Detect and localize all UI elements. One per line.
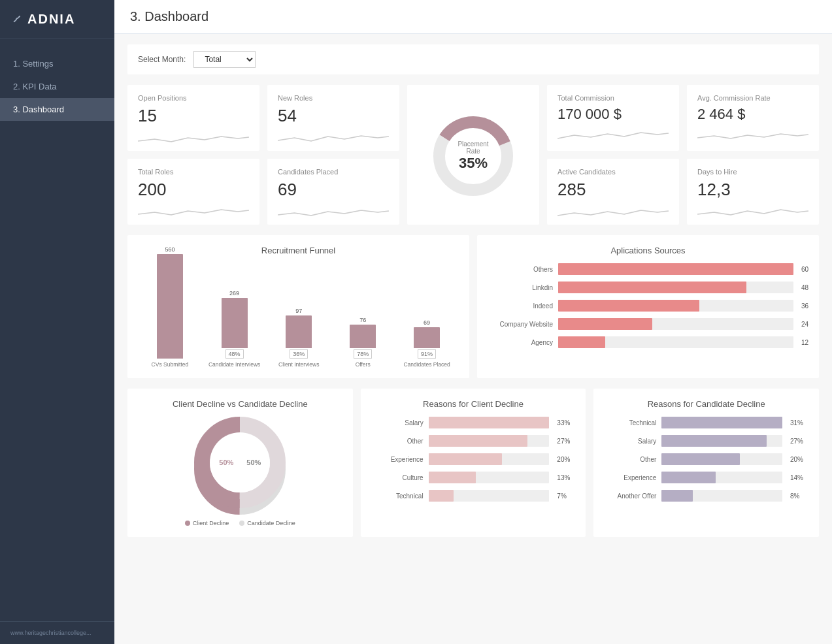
shbar-cand-offer-track [661, 490, 782, 502]
kpi-active-candidates-value: 285 [557, 180, 669, 200]
hbar-indeed-fill [558, 300, 699, 312]
recruitment-funnel-chart: 560 CVs Submitted 269 48% Candidate Inte… [138, 263, 459, 368]
bar-ci-bar [222, 298, 248, 348]
bar-placed-value: 69 [424, 319, 430, 326]
shbar-client-tech-val: 7% [557, 492, 575, 500]
client-decline-chart: Salary 33% Other 27% Exper [371, 417, 576, 502]
bar-clinit-pct: 36% [290, 349, 308, 359]
hbar-linkdin: Linkdin 48 [488, 282, 808, 293]
shbar-cand-salary-label: Salary [604, 438, 656, 445]
hbar-indeed-label: Indeed [488, 302, 553, 310]
filter-bar: Select Month: Total January February Mar… [127, 44, 819, 74]
shbar-cand-exp-track [661, 472, 782, 483]
shbar-cand-tech: Technical 31% [604, 417, 808, 428]
shbar-client-culture: Culture 13% [371, 472, 576, 483]
kpi-new-roles: New Roles 54 [267, 85, 399, 151]
kpi-avg-commission-value: 2 464 $ [697, 106, 808, 123]
shbar-client-other-label: Other [371, 438, 424, 445]
decline-donut-card: Client Decline vs Candidate Decline [127, 389, 353, 537]
legend-client-dot [185, 521, 190, 526]
logo-area: ⟋ ADNIA [0, 0, 114, 39]
shbar-client-other-fill [429, 435, 527, 447]
bar-offers-value: 76 [359, 317, 366, 323]
kpi-new-roles-value: 54 [278, 106, 389, 126]
candidate-pct-label: 50% [246, 459, 261, 466]
shbar-client-culture-label: Culture [371, 474, 424, 481]
shbar-client-exp-track [429, 453, 550, 465]
bar-clinit-bar [286, 315, 312, 348]
donut-label: Placement Rate [450, 140, 496, 155]
hbar-linkdin-fill [558, 282, 746, 293]
shbar-cand-offer-val: 8% [790, 492, 808, 500]
donut-chart: Placement Rate 35% [427, 110, 519, 202]
shbar-client-tech: Technical 7% [371, 490, 576, 502]
shbar-cand-exp-fill [661, 472, 716, 483]
kpi-total-roles: Total Roles 200 [127, 159, 259, 225]
legend-candidate-dot [239, 521, 244, 526]
shbar-cand-offer-fill [661, 490, 693, 502]
decline-donut-wrapper: 50% 50% [188, 410, 292, 515]
charts-row: Recruitment Funnel 560 CVs Submitted 269… [127, 235, 819, 378]
donut-pct-labels: 50% 50% [219, 459, 261, 466]
hbar-indeed-track [558, 300, 793, 312]
shbar-client-other: Other 27% [371, 435, 576, 447]
page-title: 3. Dashboard [130, 9, 816, 24]
shbar-cand-other-val: 20% [790, 456, 808, 463]
shbar-cand-exp-val: 14% [790, 474, 808, 481]
sidebar-item-dashboard[interactable]: 3. Dashboard [0, 98, 114, 121]
kpi-active-candidates: Active Candidates 285 [547, 159, 679, 225]
hbar-linkdin-label: Linkdin [488, 284, 553, 291]
bar-cvs-label: CVs Submitted [152, 361, 189, 368]
hbar-company: Company Website 24 [488, 318, 808, 330]
shbar-cand-offer-label: Another Offer [604, 492, 656, 500]
shbar-cand-salary-track [661, 435, 782, 447]
sparkline-open-positions [138, 131, 249, 144]
legend-candidate-label: Candidate Decline [247, 520, 295, 526]
logo-icon: ⟋ [10, 12, 22, 26]
shbar-client-other-val: 27% [557, 438, 575, 445]
shbar-cand-tech-fill [661, 417, 782, 428]
decline-donut-labels: 50% 50% [138, 410, 342, 515]
shbar-cand-salary: Salary 27% [604, 435, 808, 447]
kpi-candidates-placed: Candidates Placed 69 [267, 159, 399, 225]
app-sources-card: Aplications Sources Others 60 Linkdin [477, 235, 819, 378]
sparkline-commission [557, 128, 669, 141]
kpi-avg-commission: Avg. Commission Rate 2 464 $ [687, 85, 819, 151]
sidebar-item-settings[interactable]: 1. Settings [0, 52, 114, 75]
shbar-client-culture-track [429, 472, 550, 483]
bar-offers-bar [350, 325, 376, 348]
hbar-others-val: 60 [801, 266, 808, 273]
shbar-client-tech-label: Technical [371, 492, 424, 500]
bar-candidate-interviews: 269 48% Candidate Interviews [208, 290, 260, 368]
shbar-client-salary-label: Salary [371, 419, 424, 427]
shbar-cand-offer: Another Offer 8% [604, 490, 808, 502]
kpi-avg-commission-label: Avg. Commission Rate [697, 94, 808, 102]
bar-ci-pct: 48% [225, 349, 244, 359]
shbar-client-tech-fill [429, 490, 454, 502]
hbar-company-track [558, 318, 793, 330]
sidebar-nav: 1. Settings 2. KPI Data 3. Dashboard [0, 39, 114, 621]
sidebar-item-kpi-data[interactable]: 2. KPI Data [0, 75, 114, 98]
kpi-total-roles-label: Total Roles [138, 168, 249, 176]
bar-cvs-bar [157, 254, 183, 359]
main-header: 3. Dashboard [114, 0, 832, 34]
sparkline-avg-commission [697, 128, 808, 141]
decline-donut-title: Client Decline vs Candidate Decline [138, 399, 342, 409]
hbar-agency-val: 12 [801, 339, 808, 346]
hbar-linkdin-track [558, 282, 793, 293]
kpi-open-positions-value: 15 [138, 106, 249, 126]
shbar-cand-other-track [661, 453, 782, 465]
hbar-others-label: Others [488, 266, 553, 273]
shbar-cand-exp: Experience 14% [604, 472, 808, 483]
shbar-cand-salary-val: 27% [790, 438, 808, 445]
client-decline-card: Reasons for Client Decline Salary 33% Ot… [361, 389, 586, 537]
shbar-cand-tech-track [661, 417, 782, 428]
month-select[interactable]: Total January February March April May J… [193, 51, 256, 68]
sparkline-active-candidates [557, 205, 669, 218]
kpi-days-to-hire: Days to Hire 12,3 [687, 159, 819, 225]
legend-client-decline: Client Decline [185, 520, 229, 526]
kpi-candidates-placed-value: 69 [278, 180, 389, 200]
sidebar: ⟋ ADNIA 1. Settings 2. KPI Data 3. Dashb… [0, 0, 114, 644]
kpi-days-to-hire-label: Days to Hire [697, 168, 808, 176]
hbar-others-fill [558, 263, 793, 275]
